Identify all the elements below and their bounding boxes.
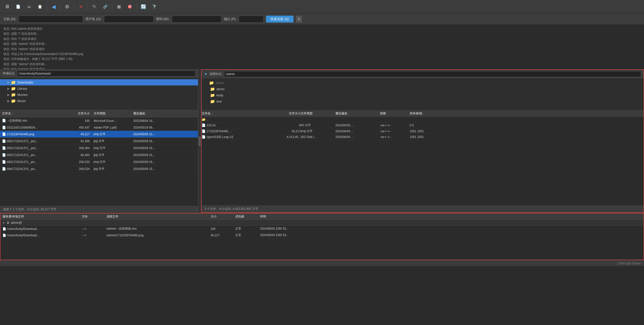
header-date[interactable]: 最近修改 [131,111,176,116]
q-priority: 正常 [235,227,260,231]
q-dir: ---> [82,234,106,237]
status-log-line: 状态: 读取 "/admin" 的目录列表... [4,62,640,67]
view1-button[interactable]: ▦ [114,2,124,12]
tree-item-label: kody [216,94,223,97]
remote-tree-item[interactable]: 📁kody [202,92,644,98]
local-file-row[interactable]: 📄03221601193809634... 455,437 Adobe PDF … [0,124,198,131]
rheader-date[interactable]: 最近修改 [336,112,380,116]
show-server-button[interactable]: 📋 [35,2,44,12]
local-path-input[interactable] [17,70,196,76]
file-date: 2024/05/19 09... [131,125,176,130]
connect-arrow-button[interactable]: ▾ [296,16,302,22]
connection-bar: 主机 (H): 用户名 (U): 密码 (W): 端口 (P): 快速连接 (Q… [0,14,644,25]
status-log-line: 状态: 列出 "/admin" 的目录成功 [4,67,640,69]
remote-file-row[interactable]: 📁.. [202,117,644,122]
rfile-size: 0 [271,124,301,127]
binoculars-button[interactable]: 🔭 [150,2,159,12]
file-date: 2024/05/09 16... [131,160,176,164]
folder-icon: 📁 [11,80,16,85]
local-tree-item[interactable]: ▶📁Music [0,98,198,104]
file-icon: 📄 [2,146,6,150]
rfile-type: png-文件 [301,129,336,133]
header-name[interactable]: 文件名 ↑ [0,111,64,116]
pass-input[interactable] [172,16,222,22]
disconnect-button[interactable]: 🔌 [90,2,99,12]
file-icon: 📄 [2,119,6,122]
file-size: 269,024 [64,167,92,171]
q-remote: /admin/1715238764485.png [106,234,210,237]
q-time: 2024/06/04 22时 52... [260,233,642,237]
sync-button[interactable]: 🔄 [139,2,148,12]
local-tree-item[interactable]: ▶📁Library [0,86,198,92]
reconnect-button[interactable]: 🔗 [100,2,110,12]
folder-icon: 📁 [11,92,16,97]
file-size: 165 [64,119,92,123]
local-file-row[interactable]: 📄1715238764485.png 45,217 png-文件 2024/05… [0,131,198,138]
host-input[interactable] [18,16,83,22]
rfile-date: 2024/06/04 ... [336,130,380,133]
file-name: 📄8931715241371_.pic... [0,160,64,164]
queue-row[interactable]: 📄 /Users/kody/Download... ---> /admin/17… [0,232,644,238]
remote-file-row[interactable]: 📄openSUSE-Leap-15. 4,413,45... ISO Disk … [202,134,644,140]
rheader-size[interactable]: 文件大小 [271,112,301,116]
file-name: 📄8931715241371_.pic(... [0,139,64,144]
rheader-owner[interactable]: 所有者/组 [410,112,440,116]
remote-file-row[interactable]: 📄123.txt 0 txt-文件 2024/05/30 ... -rw-r--… [202,122,644,128]
view2-button[interactable]: 🎯 [125,2,134,12]
remote-dropdown-icon[interactable]: ▼ [204,72,208,76]
local-tree-item[interactable]: ▶📁Movies [0,92,198,98]
queue-row[interactable]: 📄 /Users/kody/Download... ---> /admin/.~… [0,226,644,232]
local-tree-item[interactable]: ▶📁Downloads [0,79,198,86]
rfile-perm: -rw-r--r-- [380,130,410,133]
connect-button[interactable]: 快速连接 (Q) [266,16,293,22]
file-type: jpg-文件 [92,166,131,172]
file-type: Adobe PDF (.pdf) [92,125,131,130]
qheader-time: 时间 [260,214,642,219]
user-label: 用户名 (U): [86,17,101,21]
header-size[interactable]: 文件大小 [64,111,92,116]
file-date: 2024/05/09 16... [131,146,176,150]
remote-file-row[interactable]: 📄1715238764485.... 45,217 png-文件 2024/06… [202,128,644,134]
remote-tree-item[interactable]: 📁demo [202,86,644,92]
file-name: 📄03221601193809634... [0,125,64,130]
status-log-line: 状态: 列出 "/admin" 的目录成功 [4,46,640,52]
local-file-row[interactable]: 📄8931715241371_.pic(... 206,364 png-文件 2… [0,145,198,152]
cancel-button[interactable]: ✕ [76,2,86,12]
file-icon: 📄 [2,153,6,157]
remote-path-input[interactable] [224,71,641,77]
header-type[interactable]: 文件类型 [92,111,131,116]
local-file-row[interactable]: 📄8931715241371_.pic... 90,483 jpg-文件 202… [0,152,198,158]
site-manager-button[interactable]: 🖥 [2,2,12,12]
rheader-perm[interactable]: 权限 [380,112,410,116]
remote-tree-item[interactable]: 📁admin [202,80,644,86]
status-log: 状态: 列出 /admin 的目录成功状态: 读取 "/" 的目录列表...状态… [0,25,644,69]
local-file-row[interactable]: 📄.~定制明细.xlsx 165 Microsoft Excel ... 202… [0,118,198,124]
new-tab2-button[interactable]: 🗂 [24,2,34,12]
status-log-line: 状态: 列出 /admin 的目录成功 [4,26,640,31]
rfile-owner: 0 0 [410,124,440,127]
status-log-line: 状态: 开始上传 /Users/kody/Downloads/171523876… [4,52,640,56]
rheader-name[interactable]: 文件名 ↑ [202,112,271,116]
file-date: 2024/05/09 16... [131,139,176,144]
local-label: 本地站点: [2,71,15,76]
port-input[interactable] [239,16,264,22]
file-name: 📄8941715241374_.pic... [0,166,64,171]
separator1 [46,3,47,10]
rfile-owner: 1001 1001 [410,135,440,139]
remote-tree-item[interactable]: 📁test [202,98,644,104]
tree-arrow-icon: ▶ [8,81,10,84]
new-tab-button[interactable]: 📄 [14,2,23,12]
rfile-size: 4,413,45... [271,135,301,139]
local-file-row[interactable]: 📄8931715241371_.pic... 206,533 png-文件 20… [0,158,198,166]
file-type: jpg-文件 [92,152,131,158]
local-file-row[interactable]: 📄8941715241374_.pic... 269,024 jpg-文件 20… [0,166,198,172]
local-file-header: 文件名 ↑ 文件大小 文件类型 最近修改 [0,110,198,118]
rfile-date: 2024/06/04 ... [336,135,380,139]
local-file-row[interactable]: 📄8931715241371_.pic(... 91,468 jpg-文件 20… [0,138,198,145]
rheader-type[interactable]: 文件类型 [301,112,336,116]
user-input[interactable] [104,16,154,22]
tree-item-label: admin [216,81,224,85]
back-button[interactable]: ◀ [49,2,58,12]
port-label: 端口 (P): [224,17,236,21]
settings-button[interactable]: ⚙ [62,2,72,12]
